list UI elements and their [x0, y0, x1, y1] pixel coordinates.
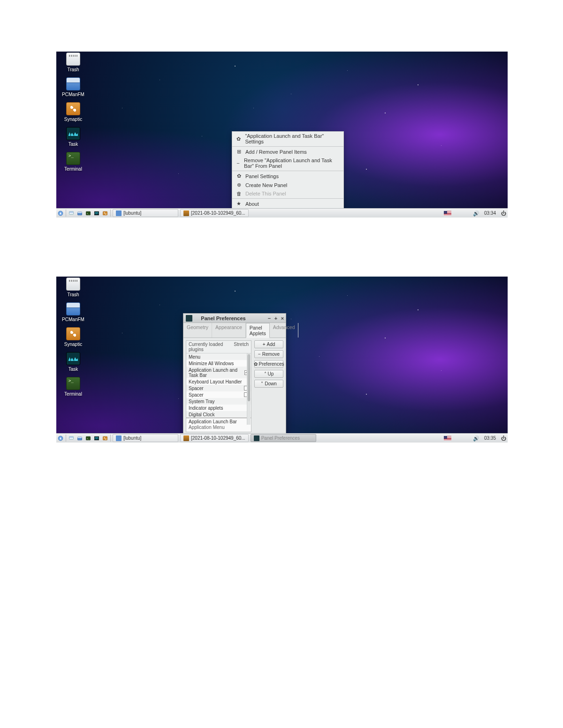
context-label: Create New Panel [245, 182, 287, 188]
terminal-launcher[interactable]: >_ [84, 209, 92, 218]
task-manager-launcher[interactable] [92, 434, 101, 443]
plugin-row[interactable]: Indicator applets [186, 405, 251, 411]
context-item-create-panel[interactable]: ⊕Create New Panel [232, 180, 343, 189]
taskbar-task-filemanager[interactable]: [lubuntu] [113, 434, 178, 442]
tab-geometry[interactable]: Geometry [183, 323, 212, 338]
context-label: Remove "Application Launch and Task Bar"… [244, 158, 339, 169]
terminal-icon [66, 152, 80, 165]
taskbar-task-filemanager[interactable]: [lubuntu] [113, 209, 178, 217]
plugin-row[interactable]: Minimize All Windows [186, 360, 251, 367]
desktop-icon-pcmanfm[interactable]: PCManFM [60, 302, 86, 322]
power-icon: ⏻ [501, 435, 506, 442]
plugin-row[interactable]: Keyboard Layout Handler [186, 378, 251, 385]
context-label: Delete This Panel [245, 191, 286, 196]
show-desktop-button[interactable] [67, 434, 76, 443]
separator [110, 435, 111, 442]
plugin-row[interactable]: Application Launch Bar [186, 418, 251, 425]
plugin-row[interactable]: Spacer [186, 385, 251, 391]
tab-advanced[interactable]: Advanced [270, 323, 299, 338]
tray-area [453, 209, 472, 218]
app-icon [186, 315, 192, 322]
menu-button[interactable] [56, 434, 65, 443]
minimize-button[interactable]: − [266, 315, 273, 321]
plugin-description: Application Menu [186, 425, 251, 432]
plugin-row[interactable]: Digital Clock [186, 411, 251, 418]
move-down-button[interactable]: ˅Down [254, 380, 283, 388]
menu-button[interactable] [56, 209, 65, 218]
panel-preferences-dialog: Panel Preferences − + × Geometry Appeara… [183, 313, 286, 443]
maximize-button[interactable]: + [273, 315, 279, 321]
plugin-name: Keyboard Layout Handler [189, 379, 242, 384]
icon-label: Terminal [60, 391, 86, 397]
titlebar[interactable]: Panel Preferences − + × [183, 314, 286, 323]
pcmanfm-launcher[interactable] [76, 209, 84, 218]
context-item-applet-settings[interactable]: ✿"Application Launch and Task Bar" Setti… [232, 132, 343, 146]
icon-label: Task [60, 367, 86, 372]
plugin-name: Application Launch and Task Bar [189, 368, 244, 378]
preferences-button[interactable]: ✿Preferences [254, 360, 283, 368]
plugin-name: Spacer [189, 386, 204, 391]
taskbar-task-image[interactable]: [2021-08-10-102949_60... [180, 209, 249, 217]
add-button[interactable]: +Add [254, 340, 283, 348]
power-button[interactable]: ⏻ [499, 434, 508, 443]
separator [66, 435, 66, 442]
plugin-name: Menu [189, 354, 200, 360]
keyboard-layout-indicator[interactable] [442, 209, 453, 218]
desktop-icon-task[interactable]: Task [60, 352, 86, 372]
icon-label: Trash [60, 67, 86, 72]
plugin-row[interactable]: Menu [186, 353, 251, 360]
desktop-icon-task[interactable]: Task [60, 127, 86, 147]
desktop-icon-pcmanfm[interactable]: PCManFM [60, 77, 86, 97]
plugin-row[interactable]: System Tray [186, 398, 251, 405]
svg-rect-8 [103, 211, 107, 215]
scrollbar-thumb[interactable] [248, 354, 250, 401]
folder-icon [116, 435, 122, 441]
taskbar-task-panel-prefs[interactable]: Panel Preferences [251, 434, 316, 442]
synaptic-launcher[interactable] [101, 434, 109, 443]
plugin-list[interactable]: Currently loaded plugins Stretch Menu Mi… [186, 340, 251, 432]
close-button[interactable]: × [279, 315, 286, 321]
power-button[interactable]: ⏻ [499, 209, 508, 218]
us-flag-icon [444, 436, 451, 441]
desktop-icon-trash[interactable]: Trash [60, 278, 86, 297]
clock-label: 03:35 [484, 435, 496, 441]
clock[interactable]: 03:34 [481, 209, 499, 218]
desktop-icon-terminal[interactable]: Terminal [60, 152, 86, 172]
move-up-button[interactable]: ˄Up [254, 370, 283, 378]
plugin-name: Indicator applets [189, 405, 223, 411]
desktop-icon-synaptic[interactable]: Synaptic [60, 102, 86, 122]
svg-point-21 [105, 438, 106, 439]
show-desktop-button[interactable] [67, 209, 76, 218]
context-item-about[interactable]: ★About [232, 199, 343, 208]
scrollbar[interactable] [247, 353, 251, 425]
icon-label: Trash [60, 292, 86, 297]
context-item-panel-settings[interactable]: ✿Panel Settings [232, 172, 343, 180]
tab-appearance[interactable]: Appearance [212, 323, 246, 338]
desktop-icon-trash[interactable]: Trash [60, 53, 86, 72]
plugin-row[interactable]: Spacer [186, 391, 251, 398]
chevron-up-icon: ˄ [264, 371, 266, 376]
volume-indicator[interactable]: 🔊 [472, 434, 481, 443]
clock[interactable]: 03:35 [481, 434, 499, 443]
volume-indicator[interactable]: 🔊 [472, 209, 481, 218]
terminal-launcher[interactable]: >_ [84, 434, 92, 443]
tab-panel-applets[interactable]: Panel Applets [246, 323, 270, 338]
task-manager-launcher[interactable] [92, 209, 101, 218]
pcmanfm-launcher[interactable] [76, 434, 84, 443]
image-icon [183, 435, 189, 441]
context-item-remove-applet[interactable]: −Remove "Application Launch and Task Bar… [232, 156, 343, 170]
plugin-row[interactable]: Application Launch and Task Bar✓ [186, 367, 251, 378]
remove-button[interactable]: −Remove [254, 350, 283, 358]
taskbar-task-image[interactable]: [2021-08-10-102949_60... [180, 434, 249, 442]
context-item-add-remove[interactable]: ⊞Add / Remove Panel Items [232, 147, 343, 156]
synaptic-launcher[interactable] [101, 209, 109, 218]
keyboard-layout-indicator[interactable] [442, 434, 453, 443]
desktop-icon-synaptic[interactable]: Synaptic [60, 327, 86, 347]
chevron-down-icon: ˅ [261, 381, 263, 386]
folder-icon [66, 302, 80, 315]
context-label: About [245, 201, 259, 207]
context-label: Panel Settings [245, 173, 279, 179]
desktop-icon-terminal[interactable]: Terminal [60, 377, 86, 397]
separator [110, 210, 111, 217]
window-title: Panel Preferences [195, 315, 266, 321]
